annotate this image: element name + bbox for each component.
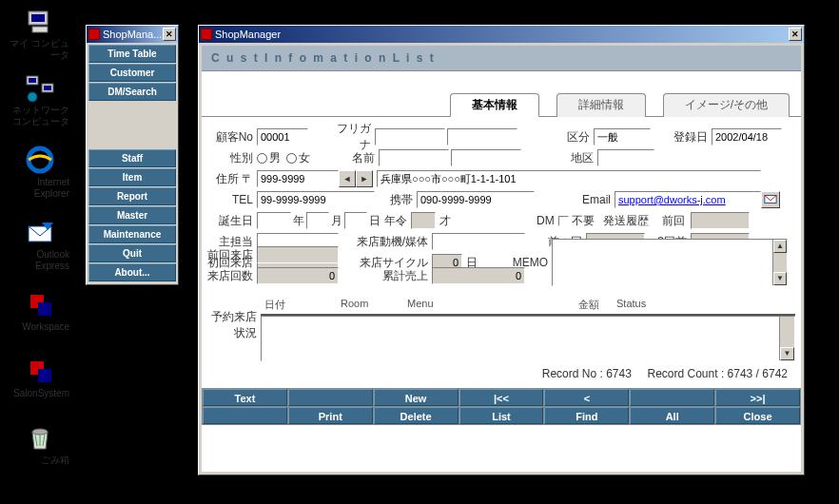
desktop-icon-network[interactable]: ネットワーク コンピュータ [7, 72, 73, 127]
btn-blank2[interactable] [630, 389, 714, 406]
tab-detail[interactable]: 詳細情報 [556, 93, 646, 117]
main-titlebar[interactable]: ShopManager ✕ [199, 26, 804, 43]
ie-icon [25, 145, 55, 175]
label-jusho: 住所 〒 [207, 171, 257, 187]
zip-prev-button[interactable]: ◄ [339, 170, 356, 187]
desktop-icon-trash[interactable]: ごみ箱 [7, 422, 73, 466]
doki-field[interactable] [432, 233, 525, 250]
btn-text[interactable]: Text [203, 389, 287, 406]
grid-col-room: Room [337, 296, 403, 314]
workspace-icon [25, 289, 55, 320]
label-tanjobi: 誕生日 [207, 213, 257, 229]
label-tsuki: 月 [329, 213, 344, 229]
label-email: Email [580, 193, 615, 206]
zip-field[interactable]: 999-9999 [257, 170, 339, 187]
kubun-field[interactable]: 一般 [594, 128, 651, 145]
scroll-down-icon[interactable]: ▼ [780, 347, 794, 360]
main-window-title: ShopManager [215, 29, 789, 40]
dm-checkbox[interactable] [558, 216, 569, 226]
desktop-icon-salon[interactable]: SalonSystem [7, 356, 73, 399]
birth-day-field[interactable] [344, 212, 367, 229]
svg-point-7 [28, 92, 37, 102]
menu-titlebar[interactable]: ShopMana... ✕ [87, 26, 178, 43]
menu-item-item[interactable]: Item [88, 168, 176, 186]
grid-row[interactable] [262, 317, 779, 360]
desktop-icon-mycomputer[interactable]: マイ コンピュータ [7, 6, 73, 61]
menu-item-dmsearch[interactable]: DM/Search [88, 83, 176, 101]
label-furigana: フリガナ [333, 121, 375, 153]
btn-all[interactable]: All [630, 407, 714, 424]
label-namae: 名前 [337, 150, 379, 166]
scroll-down-icon[interactable]: ▼ [773, 272, 787, 285]
label-seibetsu: 性別 [207, 150, 257, 166]
email-link[interactable]: support@dworks-j.com [618, 194, 726, 205]
zip-next-button[interactable]: ► [356, 170, 373, 187]
menu-item-customer[interactable]: Customer [88, 64, 176, 82]
mobile-field[interactable]: 090-9999-9999 [417, 191, 535, 208]
network-icon [25, 72, 55, 103]
btn-prev[interactable]: < [544, 389, 629, 406]
tab-image[interactable]: イメージ/その他 [663, 93, 790, 117]
btn-close[interactable]: Close [715, 407, 800, 424]
tel-field[interactable]: 99-9999-9999 [257, 191, 375, 208]
register-date-field[interactable]: 2002/04/18 [712, 128, 782, 145]
label-nen: 年 [291, 213, 306, 229]
birth-month-field[interactable] [306, 212, 329, 229]
svg-rect-6 [44, 86, 51, 90]
desktop-icon-label: Workspace [7, 321, 73, 333]
svg-rect-11 [38, 302, 51, 316]
form-area: 顧客No 00001 フリガナ 区分 一般 登録日 2002/04/18 性別 … [202, 117, 801, 388]
grid-col-menu: Menu [403, 296, 470, 314]
menu-item-report[interactable]: Report [88, 187, 176, 205]
radio-female[interactable]: 女 [286, 150, 310, 166]
close-icon[interactable]: ✕ [789, 28, 802, 41]
label-nenrei: 年令 [382, 213, 411, 229]
label-keitai: 携帯 [375, 192, 417, 208]
menu-window: ShopMana... ✕ Time Table Customer DM/Sea… [86, 25, 179, 285]
status-line: Record No : 6743 Record Count : 6743 / 6… [207, 361, 795, 384]
name-last-field[interactable] [379, 149, 449, 166]
label-haso: 発送履歴 [597, 213, 654, 229]
memo-field[interactable]: ▲ ▼ [552, 239, 788, 286]
furigana-first-field[interactable] [447, 128, 517, 145]
btn-print[interactable]: Print [288, 407, 373, 424]
chiku-field[interactable] [597, 149, 654, 166]
btn-new[interactable]: New [374, 389, 459, 406]
btn-blank1[interactable] [288, 389, 373, 406]
trash-icon [25, 422, 55, 453]
address-field[interactable]: 兵庫県○○○市○○○町1-1-1-101 [377, 170, 761, 187]
menu-item-staff[interactable]: Staff [88, 149, 176, 167]
grid-body[interactable]: ▼ [261, 316, 795, 361]
scroll-up-icon[interactable]: ▲ [773, 240, 787, 253]
customer-no-field[interactable]: 00001 [257, 128, 308, 145]
tab-basic[interactable]: 基本情報 [450, 93, 539, 117]
btn-list[interactable]: List [459, 407, 544, 424]
desktop-icon-workspace[interactable]: Workspace [7, 289, 73, 333]
menu-item-master[interactable]: Master [88, 206, 176, 224]
btn-delete[interactable]: Delete [374, 407, 459, 424]
furigana-last-field[interactable] [375, 128, 445, 145]
close-icon[interactable]: ✕ [163, 28, 176, 41]
menu-item-maintenance[interactable]: Maintenance [88, 225, 176, 243]
btn-first[interactable]: |<< [459, 389, 544, 406]
grid-scrollbar[interactable]: ▼ [779, 317, 794, 360]
btn-find[interactable]: Find [544, 407, 629, 424]
radio-male[interactable]: 男 [257, 150, 281, 166]
memo-scrollbar[interactable]: ▲ ▼ [772, 240, 787, 285]
main-window: ShopManager ✕ C u s t I n f o m a t i o … [198, 25, 805, 475]
desktop-icon-ie[interactable]: Internet Explorer [7, 145, 73, 200]
menu-item-timetable[interactable]: Time Table [88, 45, 176, 63]
name-first-field[interactable] [451, 149, 521, 166]
grid-col-status: Status [603, 296, 670, 314]
desktop-icon-outlook[interactable]: Outlook Express [7, 217, 73, 272]
grid-col-amount: 金額 [470, 296, 603, 314]
email-button[interactable] [761, 191, 780, 208]
menu-item-about[interactable]: About... [88, 263, 176, 281]
menu-item-quit[interactable]: Quit [88, 244, 176, 262]
birth-year-field[interactable] [257, 212, 291, 229]
bottom-toolbar: Text New |<< < >>| Print Delete List Fin… [202, 388, 801, 425]
desktop-icon-label: Outlook Express [7, 249, 73, 272]
btn-last[interactable]: >>| [715, 389, 800, 406]
btn-blank3[interactable] [203, 407, 287, 424]
email-field[interactable]: support@dworks-j.com [615, 191, 761, 208]
